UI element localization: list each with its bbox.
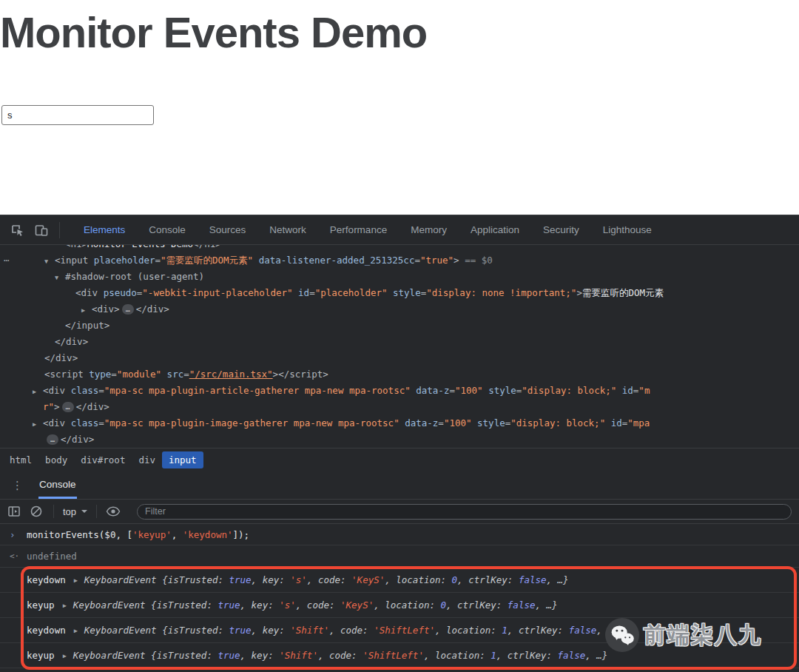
dom-tree-line[interactable]: </div>	[0, 334, 799, 350]
tab-security[interactable]: Security	[531, 215, 591, 244]
console-toolbar: top	[0, 500, 799, 524]
page-title: Monitor Events Demo	[0, 0, 799, 56]
dom-tree-line[interactable]: ▶<div class="mpa-sc mpa-plugin-article-g…	[0, 383, 799, 399]
dom-tree-line[interactable]: <div pseudo="-webkit-input-placeholder" …	[0, 285, 799, 301]
tab-sources[interactable]: Sources	[198, 215, 258, 244]
event-type-label: keyup	[27, 650, 55, 661]
toolbar-separator	[53, 505, 54, 518]
dom-tree-line[interactable]: </input>	[0, 317, 799, 334]
watermark-text: 前端柒八九	[644, 620, 762, 651]
chevron-down-icon	[81, 510, 87, 513]
tab-performance[interactable]: Performance	[318, 215, 399, 244]
dom-tree-line[interactable]: r">…</div>	[0, 399, 799, 415]
console-messages: ›monitorEvents($0, ['keyup', 'keydown'])…	[0, 524, 799, 672]
console-command-row: ›monitorEvents($0, ['keyup', 'keydown'])…	[0, 524, 799, 545]
devtools-panel: ElementsConsoleSourcesNetworkPerformance…	[0, 215, 799, 672]
console-log-row: keyup▶KeyboardEvent {isTrusted: true, ke…	[0, 593, 799, 618]
console-sidebar-icon[interactable]	[7, 505, 21, 518]
breadcrumb: htmlbodydiv#rootdivinput	[0, 448, 799, 471]
toolbar-separator	[96, 505, 97, 518]
inline-expand-icon: …	[47, 434, 58, 445]
twisty-icon[interactable]: ▼	[44, 253, 55, 269]
twisty-icon[interactable]: ▶	[81, 302, 92, 317]
dom-tree-line[interactable]: </div>	[0, 350, 799, 366]
wechat-icon	[605, 618, 639, 652]
dom-tree-line[interactable]: <script type="module" src="/src/main.tsx…	[0, 366, 799, 383]
demo-page: Monitor Events Demo	[0, 0, 799, 215]
tab-network[interactable]: Network	[257, 215, 318, 244]
dom-tree-line[interactable]: ⋯▼<input placeholder="需要监听的DOM元素" data-l…	[0, 252, 799, 269]
devtools-tabbar: ElementsConsoleSourcesNetworkPerformance…	[0, 215, 799, 245]
crumb-input[interactable]: input	[162, 451, 203, 468]
console-log-row: keydown▶KeyboardEvent {isTrusted: true, …	[0, 568, 799, 593]
toolbar-separator	[59, 222, 60, 238]
command-chevron-icon: ›	[10, 529, 27, 540]
elements-tree: <h1>Monitor Events Demo</h1>⋯▼<input pla…	[0, 245, 799, 448]
crumb-html[interactable]: html	[3, 451, 38, 468]
more-actions-icon[interactable]: ⋯	[4, 252, 10, 269]
inline-expand-icon: …	[62, 402, 74, 412]
crumb-div-root[interactable]: div#root	[74, 451, 132, 468]
dom-tree-line[interactable]: ▼#shadow-root (user-agent)	[0, 269, 799, 285]
tab-console-drawer[interactable]: Console	[38, 471, 77, 499]
twisty-icon[interactable]: ▶	[33, 416, 43, 431]
devtools-tabs: ElementsConsoleSourcesNetworkPerformance…	[72, 215, 664, 244]
dom-tree-line[interactable]: …</div>	[0, 431, 799, 448]
live-expression-eye-icon[interactable]	[106, 506, 121, 517]
tab-lighthouse[interactable]: Lighthouse	[591, 215, 664, 244]
twisty-icon[interactable]: ▶	[33, 383, 43, 399]
tab-console[interactable]: Console	[137, 215, 198, 244]
console-result-row: <·undefined	[0, 545, 799, 568]
dom-tree-line[interactable]: ▶<div>…</div>	[0, 301, 799, 317]
tab-application[interactable]: Application	[459, 215, 531, 244]
expand-icon[interactable]: ▶	[74, 577, 78, 584]
tab-elements[interactable]: Elements	[72, 215, 137, 244]
inline-expand-icon: …	[122, 304, 134, 315]
twisty-icon[interactable]: ▼	[55, 269, 65, 285]
event-type-label: keyup	[27, 599, 55, 611]
event-type-label: keydown	[27, 625, 66, 636]
kebab-menu-icon[interactable]: ⋮	[12, 479, 30, 492]
expand-icon[interactable]: ▶	[63, 652, 67, 659]
expand-icon[interactable]: ▶	[63, 602, 67, 609]
dom-tree-line[interactable]: <h1>Monitor Events Demo</h1>	[0, 245, 799, 252]
watermark: 前端柒八九	[605, 618, 762, 652]
context-label: top	[63, 506, 76, 517]
crumb-body[interactable]: body	[38, 451, 74, 468]
inspect-element-icon[interactable]	[10, 223, 24, 238]
crumb-div[interactable]: div	[132, 451, 162, 468]
return-value-icon: <·	[10, 551, 27, 561]
console-drawer-header: ⋮ Console	[0, 471, 799, 500]
clear-console-icon[interactable]	[30, 505, 43, 518]
device-toolbar-icon[interactable]	[34, 223, 49, 238]
console-filter-input[interactable]	[137, 504, 792, 520]
expand-icon[interactable]: ▶	[74, 627, 78, 634]
tab-memory[interactable]: Memory	[399, 215, 459, 244]
event-type-label: keydown	[27, 574, 66, 585]
demo-text-input[interactable]	[1, 105, 154, 125]
dom-tree-line[interactable]: ▶<div class="mpa-sc mpa-plugin-image-gat…	[0, 415, 799, 431]
context-selector[interactable]: top	[63, 506, 87, 517]
